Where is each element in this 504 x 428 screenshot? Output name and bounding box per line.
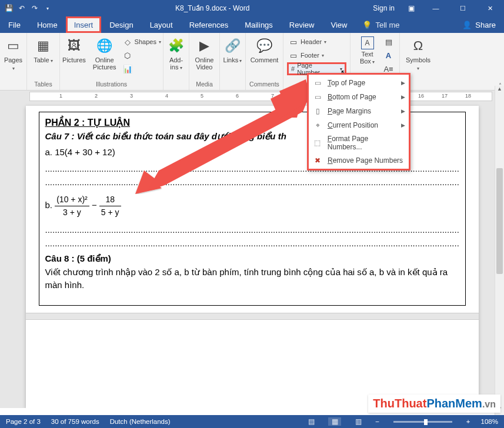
dotted-line: ........................................…	[45, 223, 459, 237]
comment-button[interactable]: 💬Comment	[248, 35, 281, 65]
statusbar: Page 2 of 3 30 of 759 words Dutch (Nethe…	[0, 415, 504, 428]
wordart-button[interactable]: A	[382, 49, 395, 62]
print-layout-icon[interactable]: ▦	[328, 417, 341, 426]
pictures-button[interactable]: 🖼Pictures	[60, 35, 88, 65]
addins-button[interactable]: 🧩Add- ins	[164, 35, 189, 72]
zoom-slider-thumb[interactable]	[424, 419, 428, 425]
document-page[interactable]: PHẦN 2 : TỰ LUẬN Câu 7 : Viết các biểu t…	[26, 106, 479, 408]
footer-icon: ▭	[289, 51, 298, 60]
symbols-button[interactable]: ΩSymbols	[403, 35, 433, 73]
menu-current-position[interactable]: ⌖Current Position▶	[309, 118, 409, 132]
page-number-menu: ▭Top of Page▶ ▭Bottom of Page▶ ▯Page Mar…	[307, 73, 410, 170]
ribbon: ▭Pages ▦Table Tables 🖼Pictures 🌐Online P…	[0, 33, 504, 91]
ruler-mark: 1	[59, 93, 62, 99]
top-page-icon: ▭	[312, 78, 323, 88]
status-page[interactable]: Page 2 of 3	[6, 418, 41, 425]
maximize-button[interactable]: ☐	[450, 0, 476, 16]
quickparts-icon: ▤	[384, 37, 393, 46]
redo-icon[interactable]: ↷	[31, 4, 39, 12]
format-icon: ⬚	[312, 138, 323, 148]
scroll-up-arrow-icon[interactable]: ▲	[495, 86, 504, 95]
group-label-media: Media	[196, 81, 213, 89]
pictures-icon: 🖼	[65, 36, 84, 55]
question-7b: b. (10 + x)²3 + y − 185 + y	[45, 193, 459, 219]
zoom-slider[interactable]	[393, 421, 452, 423]
ribbon-tabs: File Home Insert Design Layout Reference…	[0, 16, 504, 33]
video-icon: ▶	[195, 36, 214, 55]
share-button[interactable]: 👤 Share	[454, 16, 504, 33]
pages-button[interactable]: ▭Pages	[1, 35, 26, 73]
read-mode-icon[interactable]: ▤	[305, 417, 318, 426]
tab-home[interactable]: Home	[29, 16, 66, 33]
smartart-button[interactable]: ⬡	[121, 49, 163, 62]
zoom-level[interactable]: 108%	[481, 418, 498, 425]
zoom-in-button[interactable]: +	[466, 418, 470, 425]
menu-bottom-of-page[interactable]: ▭Bottom of Page▶	[309, 90, 409, 104]
frac-den: 5 + y	[99, 206, 121, 219]
header-button[interactable]: ▭Header	[287, 35, 346, 48]
ruler-mark: 2	[95, 93, 98, 99]
menu-label: Current Position	[328, 121, 378, 129]
symbols-label: Symbols	[406, 56, 430, 72]
menu-page-margins[interactable]: ▯Page Margins▶	[309, 104, 409, 118]
submenu-arrow-icon: ▶	[401, 108, 405, 114]
table-label: Table	[34, 56, 53, 64]
share-icon: 👤	[462, 21, 472, 29]
save-icon[interactable]: 💾	[5, 4, 13, 12]
web-layout-icon[interactable]: ▥	[352, 417, 365, 426]
online-video-button[interactable]: ▶Online Video	[192, 35, 217, 72]
close-button[interactable]: ✕	[477, 0, 503, 16]
ruler-mark: 16	[418, 93, 424, 99]
qat-customize-icon[interactable]: ▾	[44, 4, 52, 12]
menu-label: Remove Page Numbers	[328, 156, 403, 165]
footer-button[interactable]: ▭Footer	[287, 49, 346, 62]
vertical-scrollbar[interactable]: ▲ ▼	[495, 86, 504, 415]
page-number-icon: #	[291, 65, 295, 72]
margins-icon: ▯	[312, 106, 323, 116]
table-button[interactable]: ▦Table	[31, 35, 56, 65]
quickparts-button[interactable]: ▤	[382, 35, 395, 48]
tab-file[interactable]: File	[0, 16, 29, 33]
links-label: Links	[223, 56, 242, 64]
tab-layout[interactable]: Layout	[142, 16, 181, 33]
tab-references[interactable]: References	[181, 16, 236, 33]
tab-insert[interactable]: Insert	[66, 16, 102, 33]
tab-view[interactable]: View	[322, 16, 355, 33]
group-label-illustrations: Illustrations	[96, 81, 127, 89]
menu-format-page-numbers[interactable]: ⬚Format Page Numbers...	[309, 132, 409, 153]
q7b-prefix: b.	[45, 200, 55, 210]
links-icon: 🔗	[223, 36, 242, 55]
ribbon-display-options-icon[interactable]: ▣	[400, 4, 422, 12]
footer-label: Footer	[301, 52, 319, 59]
header-icon: ▭	[289, 37, 298, 46]
minimize-button[interactable]: —	[423, 0, 449, 16]
online-pictures-icon: 🌐	[95, 36, 114, 55]
undo-icon[interactable]: ↶	[18, 4, 26, 12]
scrollbar-thumb[interactable]	[496, 168, 503, 274]
menu-label: Bottom of Page	[328, 93, 376, 101]
shapes-button[interactable]: ◇Shapes	[121, 35, 163, 48]
links-button[interactable]: 🔗Links	[221, 35, 245, 65]
signin-link[interactable]: Sign in	[373, 4, 395, 12]
tab-mailings[interactable]: Mailings	[236, 16, 281, 33]
tab-review[interactable]: Review	[281, 16, 323, 33]
chart-button[interactable]: 📊	[121, 62, 163, 75]
textbox-icon: A	[361, 36, 374, 49]
lightbulb-icon: 💡	[362, 21, 372, 29]
horizontal-ruler[interactable]: 1 2 3 4 5 6 7 16 17 18	[29, 92, 492, 101]
online-pictures-label: Online Pictures	[93, 56, 116, 71]
ruler-mark: 7	[271, 93, 274, 99]
menu-top-of-page[interactable]: ▭Top of Page▶	[309, 76, 409, 90]
status-words[interactable]: 30 of 759 words	[51, 418, 99, 425]
textbox-button[interactable]: AText Box	[355, 35, 380, 66]
tab-design[interactable]: Design	[101, 16, 141, 33]
video-label: Online Video	[195, 56, 214, 71]
bottom-page-icon: ▭	[312, 92, 323, 102]
zoom-out-button[interactable]: −	[375, 418, 379, 425]
menu-remove-page-numbers[interactable]: ✖Remove Page Numbers	[309, 153, 409, 168]
status-language[interactable]: Dutch (Netherlands)	[110, 418, 171, 425]
tell-me-search[interactable]: 💡 Tell me	[355, 16, 406, 33]
online-pictures-button[interactable]: 🌐Online Pictures	[91, 35, 119, 72]
window-title: K8_Tuần 9.docx - Word	[52, 4, 373, 12]
titlebar: 💾 ↶ ↷ ▾ K8_Tuần 9.docx - Word Sign in ▣ …	[0, 0, 504, 16]
